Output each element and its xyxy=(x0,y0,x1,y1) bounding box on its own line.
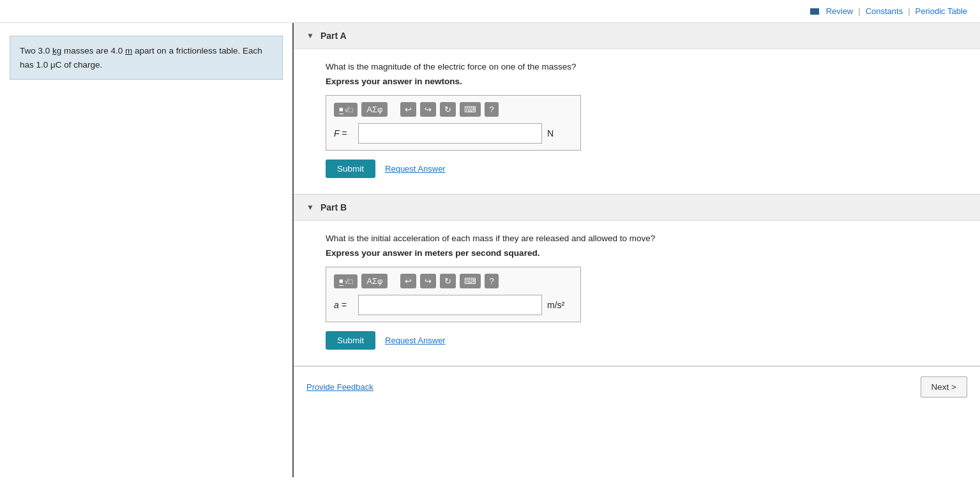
part-b-actions: Submit Request Answer xyxy=(326,331,961,350)
part-b-section: ▼ Part B What is the initial acceleratio… xyxy=(294,195,980,366)
part-b-redo-btn[interactable]: ↪ xyxy=(420,274,436,288)
part-b-help-btn[interactable]: ? xyxy=(485,274,498,288)
part-a-instruction: Express your answer in newtons. xyxy=(326,77,961,86)
review-icon xyxy=(810,8,819,15)
next-button[interactable]: Next > xyxy=(921,376,967,398)
part-a-answer-input[interactable] xyxy=(358,123,542,144)
content-area: ▼ Part A What is the magnitude of the el… xyxy=(294,23,980,477)
bottom-bar: Provide Feedback Next > xyxy=(294,366,980,407)
part-a-greek-btn[interactable]: ΑΣφ xyxy=(361,102,388,117)
unit-kg: kg xyxy=(52,46,61,56)
part-a-request-answer-button[interactable]: Request Answer xyxy=(385,164,446,174)
part-a-redo-btn[interactable]: ↪ xyxy=(420,102,436,117)
part-b-label: Part B xyxy=(320,202,347,212)
part-b-submit-button[interactable]: Submit xyxy=(326,331,375,350)
provide-feedback-link[interactable]: Provide Feedback xyxy=(306,382,373,392)
part-a-input-container: ■ √□ ΑΣφ ↩ ↪ ↻ ⌨ ? F = N xyxy=(326,95,581,151)
part-a-header: ▼ Part A xyxy=(294,23,980,49)
part-b-fraction-sqrt-btn[interactable]: ■ √□ xyxy=(334,274,358,288)
part-b-unit: m/s² xyxy=(547,300,573,310)
part-a-reset-btn[interactable]: ↻ xyxy=(440,102,456,117)
part-a-label: Part A xyxy=(320,31,347,41)
review-link[interactable]: Review xyxy=(826,6,854,16)
part-b-keyboard-btn[interactable]: ⌨ xyxy=(460,274,481,288)
part-a-arrow[interactable]: ▼ xyxy=(306,31,314,40)
part-a-question: What is the magnitude of the electric fo… xyxy=(326,62,961,71)
sqrt-icon: √□ xyxy=(345,106,353,114)
part-b-toolbar: ■ √□ ΑΣφ ↩ ↪ ↻ ⌨ ? xyxy=(334,274,573,288)
part-b-input-container: ■ √□ ΑΣφ ↩ ↪ ↻ ⌨ ? a = m/s² xyxy=(326,267,581,322)
part-a-keyboard-btn[interactable]: ⌨ xyxy=(460,102,481,117)
constants-link[interactable]: Constants xyxy=(866,6,903,16)
part-a-unit: N xyxy=(547,128,573,138)
part-b-instruction: Express your answer in meters per second… xyxy=(326,248,961,258)
unit-m: m xyxy=(125,46,132,56)
part-b-answer-input[interactable] xyxy=(358,295,542,315)
separator-1: | xyxy=(858,6,860,16)
part-a-section: ▼ Part A What is the magnitude of the el… xyxy=(294,23,980,195)
top-bar-links: Review | Constants | Periodic Table xyxy=(810,6,967,16)
part-b-input-row: a = m/s² xyxy=(334,295,573,315)
part-b-greek-btn[interactable]: ΑΣφ xyxy=(361,274,388,288)
part-b-body: What is the initial acceleration of each… xyxy=(294,221,980,366)
periodic-table-link[interactable]: Periodic Table xyxy=(916,6,967,16)
fraction-icon-b: ■ xyxy=(339,277,343,286)
part-a-submit-button[interactable]: Submit xyxy=(326,160,375,178)
part-a-help-btn[interactable]: ? xyxy=(485,102,498,117)
fraction-icon: ■ xyxy=(339,105,343,114)
part-b-request-answer-button[interactable]: Request Answer xyxy=(385,336,446,345)
top-bar: Review | Constants | Periodic Table xyxy=(0,0,980,23)
problem-text: Two 3.0 kg masses are 4.0 m apart on a f… xyxy=(10,36,283,80)
part-b-undo-btn[interactable]: ↩ xyxy=(400,274,416,288)
unit-charge: μC xyxy=(50,60,62,70)
part-b-arrow[interactable]: ▼ xyxy=(306,203,314,212)
part-a-fraction-sqrt-btn[interactable]: ■ √□ xyxy=(334,103,358,117)
part-b-header: ▼ Part B xyxy=(294,195,980,221)
main-layout: Two 3.0 kg masses are 4.0 m apart on a f… xyxy=(0,23,980,477)
sqrt-icon-b: √□ xyxy=(345,278,353,285)
part-a-input-row: F = N xyxy=(334,123,573,144)
part-a-input-label: F = xyxy=(334,128,353,138)
part-b-input-label: a = xyxy=(334,300,353,310)
part-a-undo-btn[interactable]: ↩ xyxy=(400,102,416,117)
part-a-actions: Submit Request Answer xyxy=(326,160,961,178)
part-b-question: What is the initial acceleration of each… xyxy=(326,234,961,243)
part-a-toolbar: ■ √□ ΑΣφ ↩ ↪ ↻ ⌨ ? xyxy=(334,102,573,117)
part-b-reset-btn[interactable]: ↻ xyxy=(440,274,456,288)
sidebar: Two 3.0 kg masses are 4.0 m apart on a f… xyxy=(0,23,294,477)
part-a-body: What is the magnitude of the electric fo… xyxy=(294,49,980,194)
separator-2: | xyxy=(908,6,910,16)
